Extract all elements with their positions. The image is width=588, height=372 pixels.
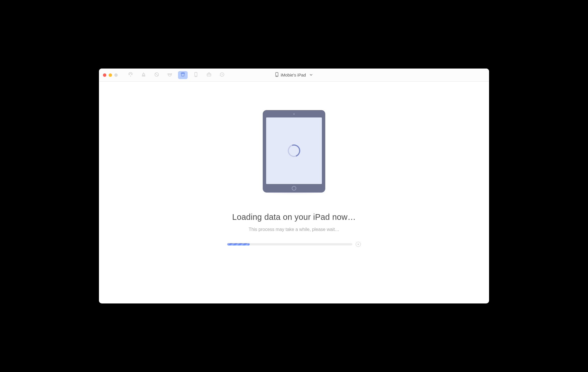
toolbar-airplay-button[interactable]: [126, 71, 135, 79]
svg-point-5: [196, 76, 196, 76]
close-icon: [357, 243, 359, 246]
clean-icon: [141, 72, 146, 78]
cancel-button[interactable]: [356, 242, 361, 247]
bucket-icon: [180, 72, 186, 78]
device-selector[interactable]: iMobie's iPad: [275, 72, 313, 78]
briefcase-icon: [206, 72, 212, 78]
app-window: iMobie's iPad Loading data on your iPad …: [99, 69, 489, 303]
toolbar-globe-button[interactable]: [152, 71, 162, 79]
mask-icon: [167, 72, 173, 78]
progress-fill: [227, 243, 250, 245]
svg-point-8: [277, 76, 277, 76]
toolbar-history-button[interactable]: [217, 71, 227, 79]
toolbar-bucket-button[interactable]: [178, 71, 188, 79]
progress-row: [227, 242, 361, 247]
loading-subtitle: This process may take a while, please wa…: [249, 227, 339, 232]
window-controls: [103, 73, 118, 77]
ipad-home-button: [292, 186, 296, 191]
device-label: iMobie's iPad: [281, 73, 306, 77]
history-icon: [219, 72, 225, 78]
tablet-icon: [193, 72, 199, 78]
ipad-camera-dot: [293, 113, 295, 115]
airplay-icon: [128, 72, 133, 78]
toolbar-clean-button[interactable]: [139, 71, 148, 79]
svg-point-2: [170, 74, 171, 75]
window-minimize-button[interactable]: [109, 73, 112, 77]
ipad-illustration: [263, 110, 325, 193]
toolbar-toolbox-button[interactable]: [204, 71, 214, 79]
toolbar-privacy-button[interactable]: [165, 71, 175, 79]
ipad-shadow: [260, 191, 328, 195]
device-icon: [275, 72, 278, 78]
window-close-button[interactable]: [103, 73, 106, 77]
loading-title: Loading data on your iPad now…: [232, 212, 356, 222]
toolbar-icons: [126, 71, 227, 79]
chevron-down-icon: [308, 73, 313, 77]
window-maximize-button[interactable]: [114, 73, 118, 77]
toolbar-device-button[interactable]: [191, 71, 201, 79]
loading-spinner-icon: [286, 142, 302, 159]
toolbar: iMobie's iPad: [99, 69, 489, 82]
svg-point-1: [169, 74, 169, 75]
progress-bar: [227, 243, 352, 245]
content-area: Loading data on your iPad now… This proc…: [99, 82, 489, 303]
globe-icon: [154, 72, 160, 78]
